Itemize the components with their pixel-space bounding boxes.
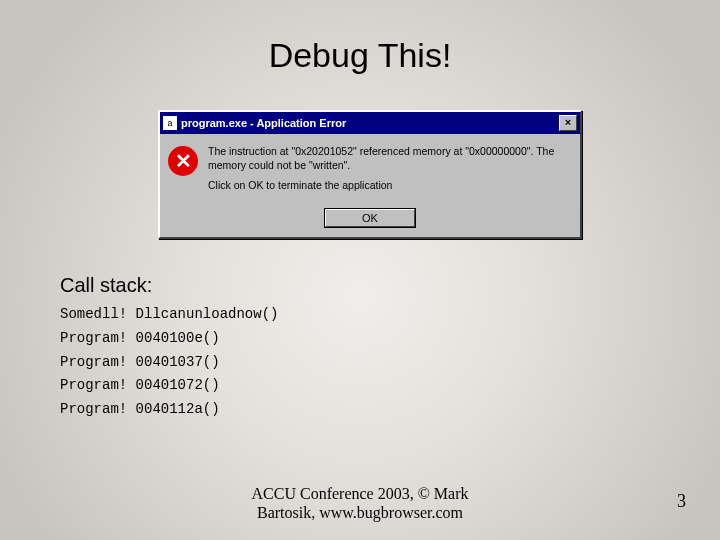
stack-frame: Program! 00401037()	[60, 351, 278, 375]
slide-title: Debug This!	[0, 36, 720, 75]
slide-number: 3	[677, 491, 686, 512]
dialog-text: The instruction at "0x20201052" referenc…	[208, 144, 572, 199]
stack-frame: Somedll! Dllcanunloadnow()	[60, 303, 278, 327]
app-icon: a	[163, 116, 177, 130]
callstack-lines: Somedll! Dllcanunloadnow() Program! 0040…	[60, 303, 278, 422]
error-message-2: Click on OK to terminate the application	[208, 178, 572, 192]
error-message-1: The instruction at "0x20201052" referenc…	[208, 144, 572, 172]
callstack-heading: Call stack:	[60, 274, 278, 297]
footer-credit: ACCU Conference 2003, © Mark Bartosik, w…	[0, 485, 720, 522]
error-icon: ✕	[168, 146, 198, 176]
footer-line-2: Bartosik, www.bugbrowser.com	[0, 504, 720, 522]
stack-frame: Program! 00401072()	[60, 374, 278, 398]
close-button[interactable]: ×	[559, 115, 577, 131]
ok-button[interactable]: OK	[325, 209, 415, 227]
dialog-buttons: OK	[160, 205, 580, 237]
callstack-block: Call stack: Somedll! Dllcanunloadnow() P…	[60, 274, 278, 422]
error-dialog: a program.exe - Application Error × ✕ Th…	[158, 110, 582, 239]
footer-line-1: ACCU Conference 2003, © Mark	[0, 485, 720, 503]
stack-frame: Program! 0040112a()	[60, 398, 278, 422]
stack-frame: Program! 0040100e()	[60, 327, 278, 351]
titlebar: a program.exe - Application Error ×	[160, 112, 580, 134]
dialog-body: ✕ The instruction at "0x20201052" refere…	[160, 134, 580, 205]
window-title: program.exe - Application Error	[181, 117, 559, 129]
